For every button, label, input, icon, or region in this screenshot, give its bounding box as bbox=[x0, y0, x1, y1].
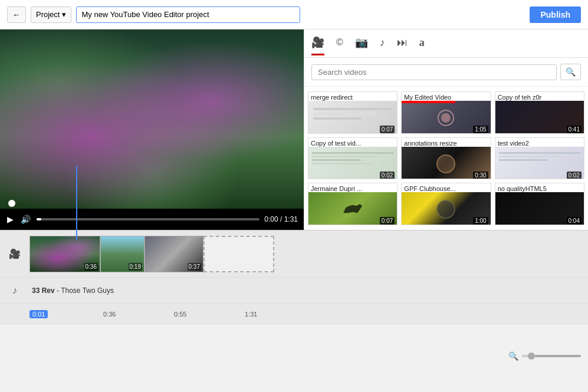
clip-duration: 0:37 bbox=[188, 263, 201, 271]
playhead-line bbox=[76, 166, 77, 240]
video-clips-container: 0:36 0:19 0:37 bbox=[29, 230, 588, 277]
thumb-title: Jermaine Dupri ... bbox=[308, 183, 397, 192]
thumb-title: Copy of test vid... bbox=[308, 138, 397, 147]
video-thumb-annotations[interactable]: annotations resize 0:30 bbox=[401, 137, 491, 180]
video-thumb-my-edited-video[interactable]: My Edited Video 1:05 bbox=[401, 91, 491, 134]
time-display: 0:00 / 1:31 bbox=[264, 215, 298, 223]
project-dropdown[interactable]: Project ▾ bbox=[31, 6, 71, 23]
video-grid: merge redirect 0:07 My Edited Video bbox=[304, 87, 588, 230]
thumb-duration: 1:00 bbox=[473, 217, 488, 225]
publish-button[interactable]: Publish bbox=[530, 6, 581, 23]
tab-music[interactable]: ♪ bbox=[380, 37, 385, 55]
clip-duration: 0:36 bbox=[84, 263, 98, 271]
thumb-title: Copy of teh z0r bbox=[495, 92, 584, 101]
thumb-image: 0:07 bbox=[308, 192, 397, 225]
video-thumb-noqhtml5[interactable]: no qualityHTML5 0:04 bbox=[495, 183, 584, 225]
video-thumb-jermaine[interactable]: Jermaine Dupri ... 0:07 bbox=[308, 183, 398, 225]
tab-video[interactable]: 🎥 bbox=[311, 36, 324, 55]
thumb-duration: 0:41 bbox=[567, 126, 582, 133]
tab-camera[interactable]: 📷 bbox=[355, 36, 368, 55]
clip-city[interactable]: 0:19 bbox=[100, 236, 144, 272]
play-button[interactable]: ▶ bbox=[6, 213, 15, 225]
thumb-image: 0:30 bbox=[402, 147, 490, 180]
zoom-out-icon[interactable]: 🔍 bbox=[508, 351, 518, 361]
timecode-0:55: 0:55 bbox=[174, 311, 186, 318]
video-thumb-test-video2[interactable]: test video2 0:02 bbox=[495, 137, 584, 180]
audio-label: 33 Rev - Those Two Guys bbox=[29, 286, 588, 295]
thumb-image: 0:02 bbox=[495, 147, 584, 180]
video-frame bbox=[0, 29, 304, 209]
video-thumb-copy-test[interactable]: Copy of test vid... 0:02 bbox=[308, 137, 398, 180]
progress-bar-small bbox=[402, 101, 455, 103]
dropdown-arrow: ▾ bbox=[62, 10, 66, 19]
video-thumb-copy-teh-z0r[interactable]: Copy of teh z0r 0:41 bbox=[495, 91, 584, 134]
thumb-title: test video2 bbox=[495, 138, 584, 147]
thumb-duration: 0:04 bbox=[567, 217, 582, 225]
thumb-title: annotations resize bbox=[402, 138, 490, 147]
topbar: ← Project ▾ Publish bbox=[0, 0, 588, 29]
thumb-duration: 0:07 bbox=[380, 217, 395, 225]
main-layout: ▶ 🔊 0:00 / 1:31 🎥 © 📷 ♪ ⏭ a 🔍 bbox=[0, 29, 588, 230]
search-button[interactable]: 🔍 bbox=[560, 64, 581, 80]
media-panel: 🎥 © 📷 ♪ ⏭ a 🔍 merge redirect bbox=[304, 29, 588, 230]
back-button[interactable]: ← bbox=[7, 6, 26, 23]
timecode-current: 0:01 bbox=[29, 310, 48, 318]
thumb-image: 0:07 bbox=[308, 101, 397, 134]
clip-duration: 0:19 bbox=[129, 263, 142, 271]
video-track-icon: 🎥 bbox=[0, 248, 29, 259]
thumb-duration: 0:02 bbox=[380, 172, 395, 179]
tab-text[interactable]: a bbox=[419, 37, 425, 55]
thumb-title: My Edited Video bbox=[402, 92, 490, 101]
thumb-duration: 0:07 bbox=[380, 126, 395, 133]
search-input[interactable] bbox=[311, 64, 557, 80]
video-controls: ▶ 🔊 0:00 / 1:31 bbox=[0, 209, 304, 230]
thumb-image: 0:41 bbox=[495, 101, 584, 134]
video-display bbox=[0, 29, 304, 209]
thumb-duration: 0:02 bbox=[567, 172, 582, 179]
tab-captions[interactable]: © bbox=[336, 37, 343, 54]
video-playhead bbox=[8, 200, 15, 207]
thumb-title: no qualityHTML5 bbox=[495, 183, 584, 192]
project-label: Project bbox=[36, 10, 60, 19]
thumb-image: 1:05 bbox=[402, 101, 490, 134]
zoom-slider[interactable] bbox=[522, 355, 581, 357]
media-tabs: 🎥 © 📷 ♪ ⏭ a bbox=[304, 29, 588, 58]
thumb-image: 0:04 bbox=[495, 192, 584, 225]
audio-track-icon: ♪ bbox=[0, 285, 29, 296]
audio-title: Those Two Guys bbox=[61, 286, 114, 295]
project-title-input[interactable] bbox=[76, 6, 300, 23]
thumb-duration: 0:30 bbox=[473, 172, 488, 179]
preview-panel: ▶ 🔊 0:00 / 1:31 bbox=[0, 29, 304, 230]
clip-flowers[interactable]: 0:36 bbox=[29, 236, 100, 272]
timecode-row: 0:01 0:36 0:55 1:31 bbox=[0, 304, 588, 325]
video-track-row: 🎥 0:36 0:19 0:37 bbox=[0, 230, 588, 278]
timecode-0:36: 0:36 bbox=[103, 311, 116, 318]
video-thumb-gpf[interactable]: GPF Clubhouse... 1:00 bbox=[401, 183, 491, 225]
zoom-controls: 🔍 bbox=[508, 351, 581, 361]
thumb-image: 0:02 bbox=[308, 147, 397, 180]
progress-bar[interactable] bbox=[37, 218, 259, 220]
progress-fill bbox=[37, 218, 41, 220]
thumb-duration: 1:05 bbox=[473, 126, 488, 133]
thumb-image: 1:00 bbox=[402, 192, 490, 225]
timecode-1:31: 1:31 bbox=[245, 311, 257, 318]
tab-transitions[interactable]: ⏭ bbox=[397, 37, 408, 55]
thumb-title: merge redirect bbox=[308, 92, 397, 101]
clip-person[interactable]: 0:37 bbox=[144, 236, 203, 272]
clip-drop-zone[interactable] bbox=[203, 236, 274, 272]
search-area: 🔍 bbox=[304, 58, 588, 87]
mute-button[interactable]: 🔊 bbox=[19, 213, 32, 225]
video-thumb-merge-redirect[interactable]: merge redirect 0:07 bbox=[308, 91, 398, 134]
audio-artist: 33 Rev bbox=[32, 286, 55, 295]
bottom-section: 🎥 0:36 0:19 0:37 ♪ 33 Rev - Those Two Gu… bbox=[0, 230, 588, 365]
thumb-title: GPF Clubhouse... bbox=[402, 183, 490, 192]
zoom-handle bbox=[528, 353, 535, 360]
audio-track-row: ♪ 33 Rev - Those Two Guys bbox=[0, 278, 588, 304]
